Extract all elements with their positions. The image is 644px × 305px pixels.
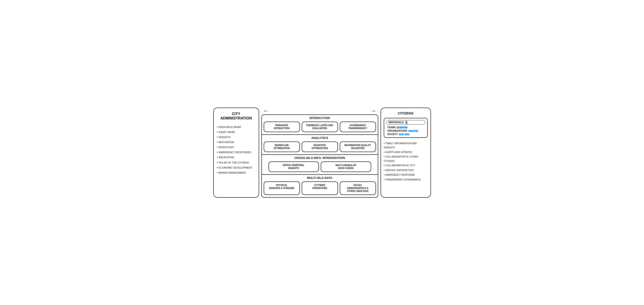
crosssilo-cards: SPATIO-TEMPORALINSIGHTS MULTI-GRANULARDA… (264, 161, 376, 172)
list-item: ASSET MGMT (217, 130, 256, 135)
crosssilo-title: CROSS-SILO INFO. INTERGRATION (264, 156, 376, 160)
citizens-organizations-row: ORGANIZATIONS 👥👥👥👥 (386, 129, 425, 132)
list-item: PULSE OF THE CITIZENS (217, 160, 256, 165)
teams-label: TEAMS (388, 126, 396, 129)
individuals-label: INDIVIDUALS (388, 121, 404, 124)
list-item: TRANSPARENT GOVERNANCE (384, 177, 428, 182)
card-citywide-operations: CITYWIDEOPERATIONS (302, 181, 338, 195)
list-item: TIMELY INFORMATION AND INSIGHTS (384, 141, 428, 150)
citizens-individuals-row: INDIVIDUALS 👤 (386, 120, 425, 125)
analytics-title: ANALYTICS (264, 136, 376, 140)
list-item: ECONOMIC DEVELOPMENT (217, 165, 256, 170)
card-spatio-temporal: SPATIO-TEMPORALINSIGHTS (268, 161, 319, 172)
card-governance-transparency: GOVERNANCETRANSPARENCY (340, 122, 376, 132)
organizations-icons: 👥👥👥👥 (408, 130, 418, 132)
card-physical-sensors: PHYSICALSENSORS & STREAMS (264, 181, 300, 195)
citizens-inner-box: INDIVIDUALS 👤 TEAMS 👥👥👥👥 ORGANIZATIONS 👥… (384, 118, 428, 138)
list-item: EMERGENCY RESPONSE (384, 172, 428, 177)
card-social-demographics: SOCIALDEMOGRAPHICS &OTHER USER DATA (340, 181, 376, 195)
card-incentive-optimization: INCENTIVEOPTIMIZATION (302, 142, 338, 152)
citizens-services-list: TIMELY INFORMATION AND INSIGHTS ALERTS A… (384, 141, 428, 182)
right-arrow-icon: → (370, 108, 376, 114)
analytics-cards: WORKFLOWOPTIMIZATION INCENTIVEOPTIMIZATI… (264, 142, 376, 152)
section-crosssilo: CROSS-SILO INFO. INTERGRATION SPATIO-TEM… (262, 155, 378, 175)
interaction-cards: PERVASIVEINTERACTION FEEDBACK LOOPS ANDE… (264, 122, 376, 132)
society-label: SOCIETY (388, 133, 398, 136)
card-information-quality: INFORMATION QUALITYVALIDATION (340, 142, 376, 152)
multisilo-title: MULTI-SILO DATA (264, 176, 376, 180)
diagram-container: CITYADMINISTRATION RESOURCE MGMT ASSET M… (213, 108, 431, 198)
section-multisilo: MULTI-SILO DATA PHYSICALSENSORS & STREAM… (262, 175, 378, 197)
left-panel-city-admin: CITYADMINISTRATION RESOURCE MGMT ASSET M… (213, 108, 259, 198)
society-icons: 👥👥 👥👥 (399, 133, 410, 135)
list-item: COLLABORATION W. CITY (384, 163, 428, 168)
list-item: RESOURCE MGMT (217, 125, 256, 130)
middle-panel: ← → INTERACTION PERVASIVEINTERACTION FEE… (262, 108, 378, 198)
left-arrow-icon: ← (263, 108, 269, 114)
teams-icons: 👥👥👥👥 (396, 126, 408, 128)
list-item: COLLABORATION W. OTHER CITIZENS (384, 154, 428, 163)
multisilo-cards: PHYSICALSENSORS & STREAMS CITYWIDEOPERAT… (264, 181, 376, 195)
list-item: MOTIVATION (217, 140, 256, 145)
citizens-society-row: SOCIETY 👥👥 👥👥 (386, 133, 425, 136)
organizations-label: ORGANIZATIONS (388, 129, 407, 132)
list-item: RECRUITING (217, 155, 256, 160)
section-interaction: INTERACTION PERVASIVEINTERACTION FEEDBAC… (262, 115, 378, 135)
section-analytics: ANALYTICS WORKFLOWOPTIMIZATION INCENTIVE… (262, 135, 378, 155)
citizens-teams-row: TEAMS 👥👥👥👥 (386, 126, 425, 129)
list-item: EMERGENCY RESPONSES (217, 150, 256, 155)
card-multi-granular: MULTI-GRANULARDATA FUSION (321, 161, 371, 172)
card-feedback-loops: FEEDBACK LOOPS ANDEVALUATION (302, 122, 338, 132)
interaction-title: INTERACTION (264, 116, 376, 120)
main-content-box: INTERACTION PERVASIVEINTERACTION FEEDBAC… (262, 114, 378, 198)
card-pervasive-interaction: PERVASIVEINTERACTION (264, 122, 300, 132)
list-item: INSIGHTS (217, 135, 256, 140)
list-item: BRAND MANAGEMENT (217, 170, 256, 175)
city-admin-title: CITYADMINISTRATION (217, 112, 256, 120)
card-workflow-optimization: WORKFLOWOPTIMIZATION (264, 142, 300, 152)
individuals-icon: 👤 (405, 121, 408, 124)
arrows-row: ← → (262, 108, 378, 114)
right-panel-citizens: CITIZENS INDIVIDUALS 👤 TEAMS 👥👥👥👥 ORGANI… (380, 108, 431, 198)
list-item: INCENTIVES (217, 145, 256, 150)
citizens-title: CITIZENS (384, 111, 428, 115)
list-item: ALERTS AND UPDATES (384, 150, 428, 154)
city-admin-list: RESOURCE MGMT ASSET MGMT INSIGHTS MOTIVA… (217, 125, 256, 175)
list-item: SERVICE SATISFACTION (384, 168, 428, 172)
